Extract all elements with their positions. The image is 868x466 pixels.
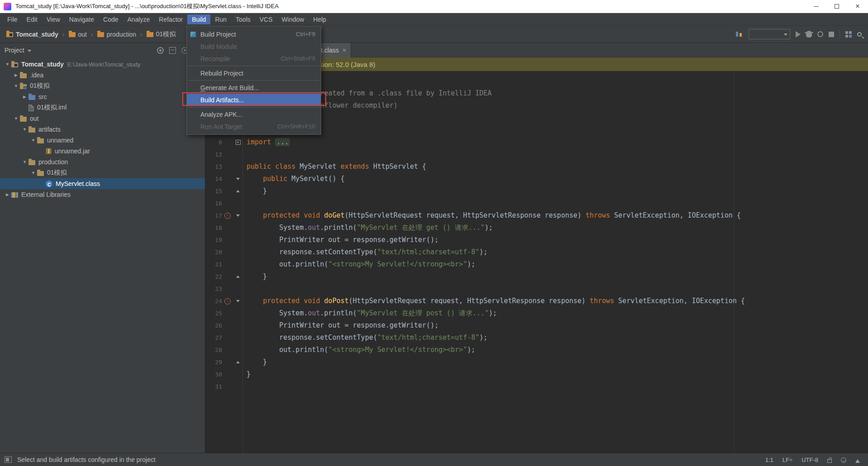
menu-navigate[interactable]: Navigate bbox=[65, 14, 99, 24]
chevron-expanded-icon[interactable] bbox=[4, 62, 11, 67]
tree-item-myservlet-class[interactable]: MyServlet.class bbox=[0, 178, 205, 189]
chevron-collapsed-icon[interactable] bbox=[21, 95, 28, 99]
menu-file[interactable]: File bbox=[3, 14, 22, 24]
tree-item-artifacts[interactable]: artifacts bbox=[0, 124, 205, 135]
collapse-all-icon[interactable] bbox=[169, 47, 176, 54]
tree-item-tomcat-study[interactable]: Tomcat_studyE:\Java-Work\Tomcat_study bbox=[0, 59, 205, 70]
menu-help[interactable]: Help bbox=[308, 14, 331, 24]
chevron-collapsed-icon[interactable] bbox=[4, 192, 11, 197]
lock-icon[interactable] bbox=[827, 459, 832, 463]
code-line-30[interactable]: 30} bbox=[206, 368, 868, 380]
run-configuration-select[interactable] bbox=[749, 29, 790, 39]
override-method-icon[interactable]: ↑ bbox=[222, 209, 233, 222]
menu-item-build-project[interactable]: Build ProjectCtrl+F9 bbox=[187, 28, 321, 40]
caret-position-widget[interactable]: 1:1 bbox=[765, 456, 773, 463]
fold-down-icon[interactable] bbox=[233, 209, 243, 222]
menu-tools[interactable]: Tools bbox=[231, 14, 255, 24]
code-line-16[interactable]: 16 bbox=[206, 197, 868, 209]
project-structure-icon[interactable] bbox=[845, 31, 852, 38]
code-line-25[interactable]: 25 System.out.println("MyServlet 在处理 pos… bbox=[206, 307, 868, 319]
menu-item-run-ant-target[interactable]: Run Ant TargetCtrl+Shift+F10 bbox=[187, 120, 321, 133]
breadcrumb-production[interactable]: production bbox=[96, 30, 137, 39]
menu-run[interactable]: Run bbox=[210, 14, 231, 24]
code-line-20[interactable]: 20 response.setContentType("text/html;ch… bbox=[206, 246, 868, 258]
menu-item-build-artifacts[interactable]: Build Artifacts... bbox=[187, 94, 321, 106]
run-button[interactable] bbox=[796, 31, 801, 38]
tree-item-idea[interactable]: .idea bbox=[0, 70, 205, 81]
fold-up-icon[interactable] bbox=[233, 356, 243, 368]
code-line-23[interactable]: 23 bbox=[206, 283, 868, 295]
tree-item-out[interactable]: out bbox=[0, 113, 205, 124]
chevron-collapsed-icon[interactable] bbox=[12, 73, 20, 77]
encoding-widget[interactable]: UTF-8 bbox=[802, 456, 818, 463]
code-line-24[interactable]: 24↑ protected void doPost(HttpServletReq… bbox=[206, 295, 868, 307]
menu-item-build-module[interactable]: Build Module bbox=[187, 40, 321, 52]
code-line-14[interactable]: 14 public MyServlet() { bbox=[206, 173, 868, 185]
close-icon[interactable] bbox=[342, 47, 346, 53]
code-line-18[interactable]: 18 System.out.println("MyServlet 在处理 get… bbox=[206, 222, 868, 234]
chevron-expanded-icon[interactable] bbox=[21, 160, 28, 164]
fold-plus-icon[interactable]: + bbox=[233, 136, 243, 148]
tree-item-01模拟-iml[interactable]: 01模拟.iml bbox=[0, 102, 205, 113]
inspections-icon[interactable] bbox=[841, 457, 846, 463]
maximize-button[interactable] bbox=[826, 0, 847, 13]
tree-item-external-libraries[interactable]: External Libraries bbox=[0, 189, 205, 200]
code-line-21[interactable]: 21 out.println("<strong>My Servlet!</str… bbox=[206, 258, 868, 271]
breadcrumb-tomcat-study[interactable]: Tomcat_study bbox=[5, 30, 59, 39]
menu-window[interactable]: Window bbox=[277, 14, 309, 24]
menu-code[interactable]: Code bbox=[99, 14, 123, 24]
tree-item-01模拟[interactable]: 01模拟 bbox=[0, 167, 205, 178]
chevron-expanded-icon[interactable] bbox=[12, 116, 20, 121]
breadcrumb-out[interactable]: out bbox=[68, 30, 88, 39]
fold-down-icon[interactable] bbox=[233, 173, 243, 185]
toolbar-sync-icon[interactable] bbox=[735, 30, 743, 38]
code-line-6[interactable]: 6+import ... bbox=[206, 136, 868, 148]
menu-analyze[interactable]: Analyze bbox=[123, 14, 155, 24]
menu-item-generate-ant-build[interactable]: Generate Ant Build... bbox=[187, 81, 321, 94]
code-line-27[interactable]: 27 response.setContentType("text/html;ch… bbox=[206, 332, 868, 344]
locate-file-icon[interactable] bbox=[157, 47, 164, 54]
search-everywhere-icon[interactable] bbox=[857, 32, 862, 37]
code-line-29[interactable]: 29 } bbox=[206, 356, 868, 368]
chevron-expanded-icon[interactable] bbox=[21, 127, 28, 132]
code-line-17[interactable]: 17↑ protected void doGet(HttpServletRequ… bbox=[206, 209, 868, 222]
code-line-12[interactable]: 12 bbox=[206, 148, 868, 161]
menu-item-analyze-apk[interactable]: Analyze APK... bbox=[187, 108, 321, 120]
fold-down-icon[interactable] bbox=[233, 295, 243, 307]
tree-item-production[interactable]: production bbox=[0, 157, 205, 167]
menu-view[interactable]: View bbox=[42, 14, 65, 24]
chevron-expanded-icon[interactable] bbox=[29, 171, 37, 175]
menu-refactor[interactable]: Refactor bbox=[154, 14, 187, 24]
chevron-expanded-icon[interactable] bbox=[29, 138, 37, 143]
code-line-26[interactable]: 26 PrintWriter out = response.getWriter(… bbox=[206, 319, 868, 332]
tree-item-unnamed[interactable]: unnamed bbox=[0, 135, 205, 146]
toolwindow-switcher-icon[interactable] bbox=[5, 456, 12, 463]
coverage-button[interactable] bbox=[817, 31, 823, 37]
code-line-19[interactable]: 19 PrintWriter out = response.getWriter(… bbox=[206, 234, 868, 246]
code-line-22[interactable]: 22 } bbox=[206, 271, 868, 283]
fold-up-icon[interactable] bbox=[233, 271, 243, 283]
notifications-icon[interactable] bbox=[855, 457, 860, 463]
menu-build[interactable]: Build bbox=[187, 14, 210, 24]
tree-item-src[interactable]: src bbox=[0, 91, 205, 102]
menu-edit[interactable]: Edit bbox=[22, 14, 42, 24]
breadcrumb-01模拟[interactable]: 01模拟 bbox=[146, 29, 177, 39]
menu-item-rebuild-project[interactable]: Rebuild Project bbox=[187, 67, 321, 79]
line-separator-widget[interactable]: LF÷ bbox=[783, 456, 792, 463]
code-line-28[interactable]: 28 out.println("<strong>My Servlet!</str… bbox=[206, 344, 868, 356]
fold-up-icon[interactable] bbox=[233, 185, 243, 197]
minimize-button[interactable] bbox=[806, 0, 826, 13]
project-view-selector[interactable]: Project bbox=[5, 47, 24, 54]
override-method-icon[interactable]: ↑ bbox=[222, 295, 233, 307]
code-line-31[interactable]: 31 bbox=[206, 380, 868, 393]
chevron-expanded-icon[interactable] bbox=[12, 84, 20, 88]
debug-button[interactable] bbox=[806, 31, 812, 38]
stop-button[interactable] bbox=[829, 32, 834, 37]
menu-vcs[interactable]: VCS bbox=[255, 14, 277, 24]
tree-item-unnamed-jar[interactable]: unnamed.jar bbox=[0, 146, 205, 157]
code-line-15[interactable]: 15 } bbox=[206, 185, 868, 197]
code-line-13[interactable]: 13public class MyServlet extends HttpSer… bbox=[206, 161, 868, 173]
tree-item-01模拟[interactable]: 01模拟 bbox=[0, 81, 205, 91]
close-button[interactable]: × bbox=[847, 0, 868, 13]
menu-item-recompile[interactable]: RecompileCtrl+Shift+F9 bbox=[187, 52, 321, 65]
